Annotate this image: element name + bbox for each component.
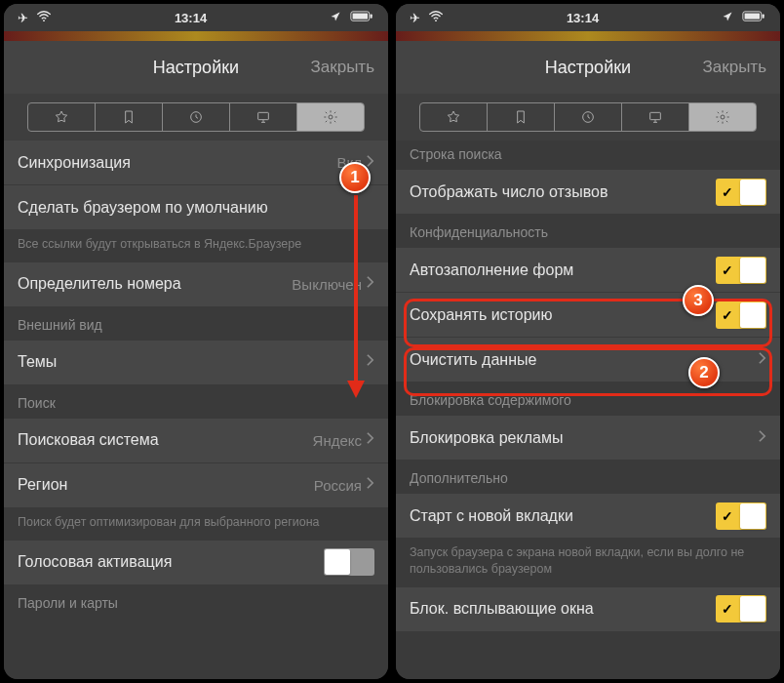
toggle-block-popups[interactable]: ✓ bbox=[716, 595, 766, 623]
row-label: Синхронизация bbox=[18, 154, 337, 172]
seg-settings[interactable] bbox=[689, 103, 756, 131]
row-label: Регион bbox=[18, 476, 314, 494]
svg-rect-13 bbox=[650, 112, 661, 119]
chevron-right-icon bbox=[366, 431, 374, 449]
row-block-popups[interactable]: Блок. всплывающие окна ✓ bbox=[396, 587, 780, 632]
row-adblock[interactable]: Блокировка рекламы bbox=[396, 416, 780, 461]
wifi-icon bbox=[36, 11, 52, 25]
group-privacy: Конфиденциальность bbox=[396, 215, 780, 248]
row-voice-activation[interactable]: Голосовая активация bbox=[4, 541, 388, 585]
close-button[interactable]: Закрыть bbox=[311, 41, 374, 94]
row-label: Автозаполнение форм bbox=[410, 261, 716, 279]
row-label: Поисковая система bbox=[18, 431, 313, 449]
battery-icon bbox=[741, 11, 766, 25]
segmented-bar bbox=[396, 94, 780, 141]
status-bar: ✈︎ 13:14 bbox=[396, 4, 780, 31]
seg-history[interactable] bbox=[163, 103, 230, 131]
row-label: Блокировка рекламы bbox=[410, 429, 758, 447]
nav-title: Настройки bbox=[153, 58, 239, 78]
location-icon bbox=[722, 11, 733, 25]
footnote-default-browser: Все ссылки будут открываться в Яндекс.Бр… bbox=[4, 230, 388, 262]
seg-favorites[interactable] bbox=[28, 103, 96, 131]
group-extra: Дополнительно bbox=[396, 461, 780, 494]
row-value: Яндекс bbox=[313, 432, 362, 449]
seg-bookmarks[interactable] bbox=[488, 103, 555, 131]
row-clear-data[interactable]: Очистить данные bbox=[396, 338, 780, 382]
svg-rect-11 bbox=[763, 14, 764, 18]
seg-favorites[interactable] bbox=[420, 103, 488, 131]
background-strip bbox=[396, 31, 780, 41]
chevron-right-icon bbox=[366, 476, 374, 494]
svg-point-0 bbox=[43, 20, 45, 21]
footnote-region: Поиск будет оптимизирован для выбранного… bbox=[4, 508, 388, 541]
row-caller-id[interactable]: Определитель номера Выключен bbox=[4, 262, 388, 307]
toggle-save-history[interactable]: ✓ bbox=[716, 301, 766, 329]
airplane-icon: ✈︎ bbox=[410, 11, 420, 25]
seg-desktop[interactable] bbox=[622, 103, 689, 131]
callout-2: 2 bbox=[688, 357, 720, 388]
svg-rect-2 bbox=[353, 13, 368, 19]
toggle-autofill[interactable]: ✓ bbox=[716, 257, 766, 284]
battery-icon bbox=[349, 11, 374, 25]
row-sync[interactable]: Синхронизация Вкл bbox=[4, 141, 388, 185]
phone-right: ✈︎ 13:14 Настройки Закрыть Стро bbox=[396, 4, 780, 679]
toggle-start-new-tab[interactable]: ✓ bbox=[716, 502, 766, 530]
group-searchbar: Строка поиска bbox=[396, 141, 780, 170]
row-autofill[interactable]: Автозаполнение форм ✓ bbox=[396, 248, 780, 293]
close-button[interactable]: Закрыть bbox=[703, 41, 766, 94]
chevron-right-icon bbox=[758, 429, 766, 447]
row-start-new-tab[interactable]: Старт с новой вкладки ✓ bbox=[396, 494, 780, 539]
callout-3: 3 bbox=[683, 285, 714, 316]
settings-list: Строка поиска Отображать число отзывов ✓… bbox=[396, 141, 780, 679]
seg-bookmarks[interactable] bbox=[96, 103, 163, 131]
svg-rect-5 bbox=[258, 112, 269, 119]
row-themes[interactable]: Темы bbox=[4, 341, 388, 385]
airplane-icon: ✈︎ bbox=[18, 11, 28, 25]
chevron-right-icon bbox=[366, 275, 374, 293]
row-label: Старт с новой вкладки bbox=[410, 507, 716, 525]
group-appearance: Внешний вид bbox=[4, 307, 388, 341]
row-region[interactable]: Регион Россия bbox=[4, 463, 388, 508]
location-icon bbox=[330, 11, 341, 25]
phone-left: ✈︎ 13:14 Настройки Закрыть bbox=[4, 4, 388, 679]
callout-1: 1 bbox=[339, 162, 371, 193]
row-save-history[interactable]: Сохранять историю ✓ bbox=[396, 293, 780, 338]
seg-desktop[interactable] bbox=[230, 103, 297, 131]
status-bar: ✈︎ 13:14 bbox=[4, 4, 388, 31]
nav-title: Настройки bbox=[545, 58, 631, 78]
svg-rect-10 bbox=[745, 13, 760, 19]
row-default-browser[interactable]: Сделать браузером по умолчанию bbox=[4, 185, 388, 230]
svg-rect-3 bbox=[371, 14, 372, 18]
segmented-control[interactable] bbox=[27, 102, 365, 132]
row-label: Определитель номера bbox=[18, 275, 292, 293]
toggle-voice[interactable] bbox=[324, 548, 374, 576]
row-value: Россия bbox=[314, 477, 362, 494]
group-search: Поиск bbox=[4, 385, 388, 419]
chevron-right-icon bbox=[758, 351, 766, 369]
settings-list: Синхронизация Вкл Сделать браузером по у… bbox=[4, 141, 388, 679]
navbar: Настройки Закрыть bbox=[396, 41, 780, 94]
row-label: Сохранять историю bbox=[410, 306, 716, 324]
status-time: 13:14 bbox=[567, 11, 599, 25]
segmented-control[interactable] bbox=[419, 102, 757, 132]
seg-settings[interactable] bbox=[297, 103, 364, 131]
status-time: 13:14 bbox=[175, 11, 207, 25]
seg-history[interactable] bbox=[555, 103, 622, 131]
toggle-reviews[interactable]: ✓ bbox=[716, 179, 766, 206]
navbar: Настройки Закрыть bbox=[4, 41, 388, 94]
row-label: Отображать число отзывов bbox=[410, 183, 716, 201]
group-passwords: Пароли и карты bbox=[4, 585, 388, 619]
wifi-icon bbox=[428, 11, 444, 25]
group-content-blocking: Блокировка содержимого bbox=[396, 382, 780, 416]
row-search-engine[interactable]: Поисковая система Яндекс bbox=[4, 419, 388, 463]
svg-point-8 bbox=[435, 20, 437, 21]
row-label: Темы bbox=[18, 353, 366, 371]
footnote-start: Запуск браузера с экрана новой вкладки, … bbox=[396, 539, 780, 587]
chevron-right-icon bbox=[366, 353, 374, 371]
scroll-arrow-icon bbox=[347, 195, 365, 400]
svg-point-6 bbox=[329, 115, 333, 119]
row-label: Голосовая активация bbox=[18, 553, 324, 571]
svg-point-14 bbox=[721, 115, 725, 119]
row-show-reviews[interactable]: Отображать число отзывов ✓ bbox=[396, 170, 780, 215]
segmented-bar bbox=[4, 94, 388, 141]
